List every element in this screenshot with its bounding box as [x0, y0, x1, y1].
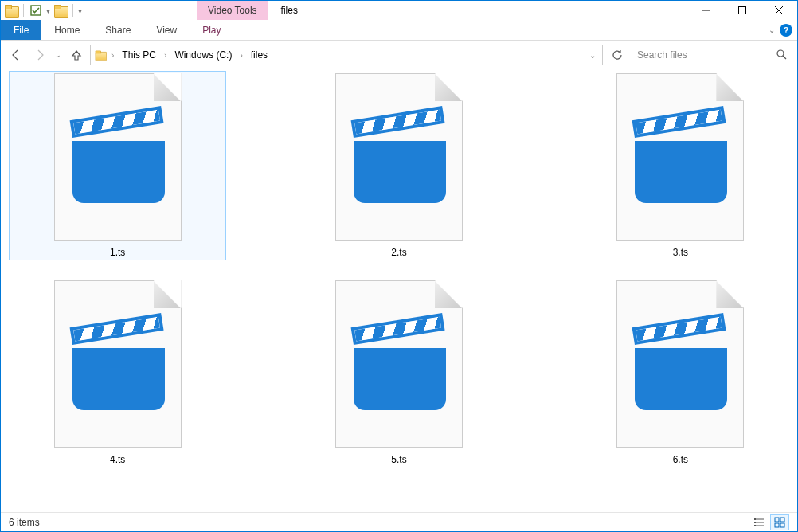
details-view-button[interactable] [749, 514, 769, 530]
file-item[interactable]: 1.ts [9, 71, 226, 260]
video-file-icon [335, 280, 463, 448]
context-tab-group: Video Tools [197, 1, 268, 20]
close-button[interactable] [761, 1, 797, 20]
address-bar[interactable]: › This PC › Windows (C:) › files ⌄ [90, 45, 603, 65]
file-item[interactable]: 6.ts [572, 278, 789, 467]
video-file-icon [616, 73, 744, 241]
large-icons-view-button[interactable] [770, 514, 789, 530]
svg-point-5 [777, 50, 784, 57]
breadcrumb-drive[interactable]: Windows (C:) [170, 45, 237, 65]
recent-locations-button[interactable]: ⌄ [53, 51, 63, 59]
file-item[interactable]: 2.ts [290, 71, 507, 260]
file-name: 4.ts [110, 454, 125, 465]
breadcrumb-folder[interactable]: files [246, 45, 272, 65]
search-icon[interactable] [776, 49, 787, 62]
up-button[interactable] [66, 45, 87, 65]
tab-play[interactable]: Play [190, 20, 233, 40]
svg-rect-14 [780, 518, 784, 522]
address-dropdown-button[interactable]: ⌄ [585, 51, 600, 60]
properties-button[interactable] [29, 3, 43, 18]
back-button[interactable] [6, 45, 26, 65]
window-title: files [281, 1, 298, 20]
title-bar: ▾ ▾ Video Tools files [1, 1, 797, 20]
minimize-button[interactable] [687, 1, 724, 20]
file-tab[interactable]: File [1, 20, 41, 40]
video-file-icon [54, 280, 182, 448]
svg-rect-11 [754, 522, 756, 523]
svg-rect-13 [775, 518, 779, 522]
video-file-icon [616, 280, 744, 448]
item-count: 6 items [9, 517, 40, 528]
svg-rect-2 [739, 7, 746, 14]
file-list[interactable]: 1.ts2.ts3.ts4.ts5.ts6.ts [1, 69, 797, 512]
qat-customize-button[interactable]: ▾ [78, 6, 82, 15]
ribbon-tabs: File Home Share View Play ⌄ ? [1, 20, 797, 41]
svg-rect-10 [754, 518, 756, 520]
address-folder-icon [92, 49, 108, 61]
video-file-icon [54, 73, 182, 241]
refresh-button[interactable] [606, 45, 628, 65]
file-item[interactable]: 3.ts [572, 71, 789, 260]
tab-home[interactable]: Home [41, 20, 92, 40]
maximize-button[interactable] [724, 1, 761, 20]
help-icon[interactable]: ? [780, 24, 792, 37]
file-name: 1.ts [110, 247, 125, 258]
ribbon-collapse-button[interactable]: ⌄ [769, 25, 775, 34]
new-folder-button[interactable] [53, 3, 68, 18]
file-name: 5.ts [391, 454, 406, 465]
svg-rect-12 [754, 525, 756, 526]
search-box[interactable] [632, 45, 792, 65]
search-input[interactable] [637, 49, 776, 61]
breadcrumb-this-pc[interactable]: This PC [117, 45, 161, 65]
svg-line-6 [783, 56, 786, 59]
tab-view[interactable]: View [143, 20, 190, 40]
file-item[interactable]: 4.ts [9, 278, 226, 467]
chevron-right-icon[interactable]: › [162, 51, 168, 60]
file-name: 2.ts [391, 247, 406, 258]
file-name: 6.ts [673, 454, 688, 465]
separator [72, 4, 73, 17]
window-controls [687, 1, 797, 20]
window-folder-icon [4, 3, 18, 18]
tab-share[interactable]: Share [92, 20, 143, 40]
qat-menu-button[interactable]: ▾ [46, 6, 50, 15]
chevron-right-icon[interactable]: › [110, 51, 115, 60]
file-item[interactable]: 5.ts [290, 278, 507, 467]
chevron-right-icon[interactable]: › [238, 51, 244, 60]
file-name: 3.ts [673, 247, 688, 258]
quick-access-toolbar: ▾ ▾ [1, 1, 85, 20]
navigation-bar: ⌄ › This PC › Windows (C:) › files ⌄ [1, 41, 797, 69]
separator [23, 4, 24, 17]
svg-rect-15 [775, 523, 779, 527]
svg-rect-16 [780, 523, 784, 527]
forward-button[interactable] [29, 45, 50, 65]
video-file-icon [335, 73, 463, 241]
status-bar: 6 items [1, 512, 797, 531]
